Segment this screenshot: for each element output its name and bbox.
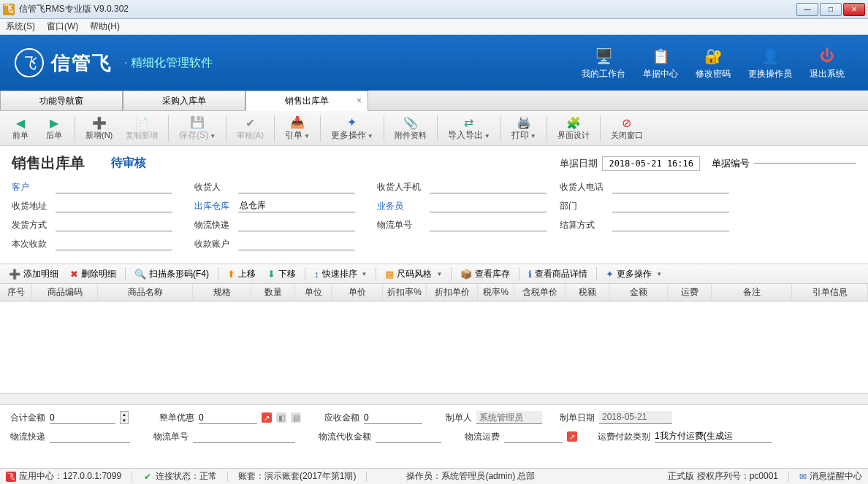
receiver-phone-input[interactable] — [612, 180, 729, 193]
minimize-button[interactable]: — — [796, 3, 818, 16]
ship-fee-label: 物流运费 — [465, 431, 500, 443]
salesman-input[interactable] — [430, 199, 547, 212]
t-courier-input[interactable] — [50, 430, 130, 443]
workspace-button[interactable]: 🖥️ 我的工作台 — [582, 46, 625, 80]
recv-amt-input[interactable] — [364, 411, 422, 424]
col-taxrate[interactable]: 税率% — [478, 284, 514, 301]
diamond-icon: ✦ — [347, 115, 357, 129]
stock-button[interactable]: 📦查看库存 — [456, 266, 514, 282]
changepwd-button[interactable]: 🔐 修改密码 — [696, 46, 731, 80]
grid-icon: ▦ — [385, 269, 394, 280]
detail-button[interactable]: ℹ查看商品详情 — [524, 266, 592, 282]
settle-input[interactable] — [612, 218, 729, 231]
col-disc[interactable]: 折扣率% — [383, 284, 427, 301]
col-remark[interactable]: 备注 — [712, 284, 792, 301]
more-ops-button[interactable]: ✦更多操作▼ — [325, 113, 379, 143]
fee-action-icon[interactable]: ↗ — [567, 431, 577, 442]
col-price[interactable]: 单价 — [332, 284, 383, 301]
doccenter-button[interactable]: 📋 单据中心 — [643, 46, 678, 80]
st-operator: 操作员：系统管理员(admin) 总部 — [406, 470, 535, 483]
tracking-label: 物流单号 — [377, 219, 430, 231]
moveup-button[interactable]: ⬆上移 — [223, 266, 260, 282]
ship-addr-input[interactable] — [56, 199, 172, 212]
closewin-button[interactable]: ⊘关闭窗口 — [605, 114, 649, 142]
col-seq[interactable]: 序号 — [0, 284, 32, 301]
uidesign-button[interactable]: 🧩界面设计 — [552, 114, 595, 142]
save-button[interactable]: 💾保存(S)▼ — [173, 113, 221, 143]
col-code[interactable]: 商品编码 — [32, 284, 98, 301]
grid-more-button[interactable]: ✦更多操作▼ — [601, 266, 666, 282]
add-line-button[interactable]: ➕添加明细 — [4, 266, 63, 282]
dept-label: 部门 — [560, 200, 612, 212]
doc-no-value[interactable] — [754, 163, 856, 164]
printer-icon: 🖨️ — [517, 115, 531, 129]
st-appcenter[interactable]: 应用中心：127.0.0.1:7099 — [19, 470, 121, 483]
col-freight[interactable]: 运费 — [668, 284, 712, 301]
courier-input[interactable] — [238, 218, 355, 231]
size-button[interactable]: ▦尺码风格▼ — [381, 266, 446, 282]
new-button[interactable]: ➕新增(N) — [80, 114, 118, 142]
menu-system[interactable]: 系统(S) — [6, 20, 35, 33]
col-discprice[interactable]: 折扣单价 — [427, 284, 478, 301]
receiver-input[interactable] — [238, 180, 355, 193]
disc-action-icon[interactable]: ↗ — [262, 412, 272, 423]
disc-icon3[interactable]: ▤ — [291, 412, 301, 423]
status-badge: 待审核 — [111, 155, 146, 171]
scan-button[interactable]: 🔍扫描条形码(F4) — [130, 266, 213, 282]
movedown-button[interactable]: ⬇下移 — [263, 266, 300, 282]
disc-icon2[interactable]: ◧ — [276, 412, 286, 423]
copy-icon: 📄 — [134, 115, 149, 130]
close-button[interactable]: ✕ — [843, 3, 865, 16]
exit-button[interactable]: ⏻ 退出系统 — [810, 46, 845, 80]
col-taxprice[interactable]: 含税单价 — [514, 284, 566, 301]
col-name[interactable]: 商品名称 — [98, 284, 193, 301]
total-amt-input[interactable] — [50, 411, 115, 424]
menu-help[interactable]: 帮助(H) — [90, 20, 120, 33]
col-refinfo[interactable]: 引单信息 — [792, 284, 868, 301]
close-icon[interactable]: × — [357, 96, 362, 106]
del-line-button[interactable]: ✖删除明细 — [66, 266, 121, 282]
cod-input[interactable] — [376, 430, 441, 443]
impexp-button[interactable]: ⇄导入导出▼ — [442, 113, 496, 143]
st-conn: 连接状态：正常 — [156, 470, 217, 483]
st-msg[interactable]: 消息提醒中心 — [810, 470, 862, 483]
menu-window[interactable]: 窗口(W) — [47, 20, 78, 33]
col-unit[interactable]: 单位 — [295, 284, 332, 301]
customer-input[interactable] — [56, 180, 172, 193]
col-tax[interactable]: 税额 — [566, 284, 609, 301]
tab-purchase[interactable]: 采购入库单 — [123, 91, 245, 110]
whole-disc-input[interactable] — [199, 411, 257, 424]
receipt-acct-input[interactable] — [238, 237, 355, 250]
barcode-icon: 🔍 — [134, 269, 146, 280]
col-qty[interactable]: 数量 — [251, 284, 295, 301]
tab-sales[interactable]: 销售出库单 × — [245, 91, 368, 111]
ship-fee-input[interactable] — [504, 430, 563, 443]
attach-button[interactable]: 📎附件资料 — [389, 114, 433, 142]
warehouse-input[interactable] — [238, 199, 355, 212]
grid-body[interactable] — [0, 301, 868, 393]
receiver-phone-label: 收货人电话 — [560, 181, 612, 193]
receiver-mobile-input[interactable] — [430, 180, 547, 193]
copynew-button[interactable]: 📄复制新增 — [120, 114, 164, 142]
col-spec[interactable]: 规格 — [193, 284, 251, 301]
switchuser-button[interactable]: 👤 更换操作员 — [748, 46, 792, 80]
tab-nav[interactable]: 功能导航窗 — [0, 91, 123, 110]
audit-button[interactable]: ✔审核(A) — [231, 114, 270, 142]
grid-hscroll[interactable] — [0, 393, 868, 405]
total-amt-spinner[interactable]: ▲▼ — [120, 411, 129, 424]
this-receipt-input[interactable] — [56, 237, 172, 250]
ship-method-input[interactable] — [56, 218, 172, 231]
print-button[interactable]: 🖨️打印▼ — [506, 113, 542, 143]
sort-button[interactable]: ↕快速排序▼ — [310, 266, 371, 282]
dept-input[interactable] — [612, 199, 729, 212]
prev-doc-button[interactable]: ◀前单 — [4, 114, 37, 142]
doc-date-value[interactable]: 2018-05-21 16:16 — [602, 156, 700, 171]
fee-type-input[interactable] — [655, 430, 772, 443]
monitor-icon: 🖥️ — [593, 46, 614, 66]
next-doc-button[interactable]: ▶后单 — [38, 114, 70, 142]
tracking-input[interactable] — [430, 218, 547, 231]
maximize-button[interactable]: □ — [820, 3, 842, 16]
col-amount[interactable]: 金额 — [609, 284, 668, 301]
refdoc-button[interactable]: 📥引单▼ — [279, 113, 316, 143]
t-tracking-input[interactable] — [193, 430, 295, 443]
